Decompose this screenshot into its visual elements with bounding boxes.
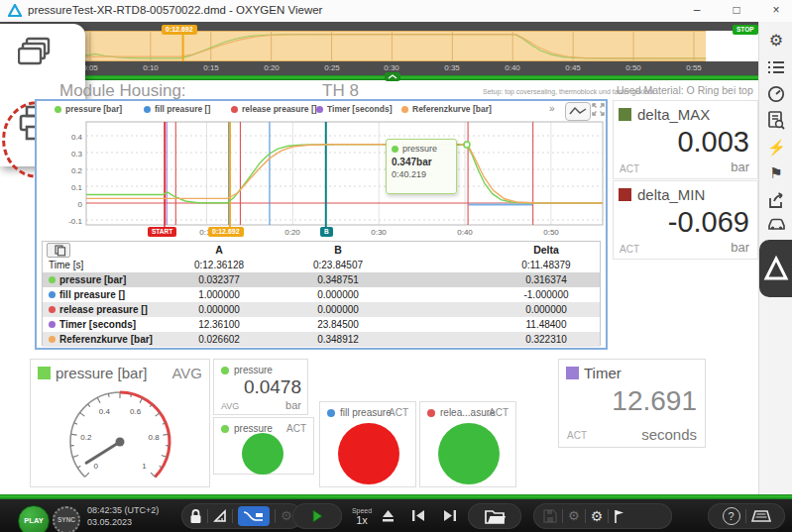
skip-to-end-icon[interactable] xyxy=(442,509,458,522)
table-row-pressure[interactable]: pressure [bar] 0.032377 0.348751 0.31637… xyxy=(43,272,600,287)
tooltip-channel: pressure xyxy=(402,144,437,154)
col-header-a: A xyxy=(160,244,279,256)
table-row-timer[interactable]: Timer [seconds] 12.36100 23.84500 11.484… xyxy=(43,317,600,332)
pressure-avg-widget[interactable]: pressure 0.0478 AVG bar xyxy=(213,359,308,415)
overview-band-row[interactable] xyxy=(0,31,758,61)
settings-gear-icon[interactable]: ⚙ xyxy=(767,32,785,50)
app-logo-icon xyxy=(8,4,22,18)
timeline-split-handle[interactable] xyxy=(385,72,400,81)
y-tick: 0.1 xyxy=(57,183,82,192)
channel-list-icon[interactable] xyxy=(767,59,785,77)
gauge-mode: AVG xyxy=(171,365,202,381)
widget-title: relea...asure xyxy=(440,407,496,418)
overview-axis-strip: 0:00 0:05 0:10 0:15 0:20 0:25 0:30 0:35 … xyxy=(0,61,758,75)
lock-icon[interactable] xyxy=(189,509,202,524)
oxygen-logo-tab[interactable] xyxy=(759,240,792,297)
title-bar: pressureTest-XR-RTD8-00570022.dmd - OXYG… xyxy=(0,0,792,23)
replay-play-button[interactable] xyxy=(292,503,342,529)
svg-text:0.6: 0.6 xyxy=(130,407,142,416)
delta-max-widget[interactable]: delta_MAX 0.003 ACT bar xyxy=(613,100,758,179)
widget-title: fill preasure xyxy=(340,407,392,418)
screen-mode-icon[interactable] xyxy=(751,509,771,523)
marker-flag-icon[interactable]: ⚑ xyxy=(767,164,785,182)
skip-to-start-icon[interactable] xyxy=(410,509,426,522)
overview-tick: 0:45 xyxy=(556,63,590,72)
module-housing-value: TH 8 xyxy=(322,81,359,101)
save-icon[interactable] xyxy=(543,509,557,523)
help-icon[interactable]: ? xyxy=(723,507,740,525)
overview-tick: 0:35 xyxy=(435,63,469,72)
timer-value: 12.691 xyxy=(612,385,697,417)
gauge-title: pressure [bar] xyxy=(56,365,148,381)
analog-gauge: 00.20.40.60.81 xyxy=(31,384,211,488)
speed-value: 1x xyxy=(349,514,375,526)
delta-max-title: delta_MAX xyxy=(637,106,710,123)
fill-preasure-indicator[interactable]: fill preasure ACT xyxy=(319,401,416,487)
x-tick: 0:40 xyxy=(449,228,481,237)
screens-icon[interactable] xyxy=(18,36,54,69)
pressure-time-plot[interactable] xyxy=(37,101,606,240)
delta-max-value: 0.003 xyxy=(677,126,749,159)
minimize-button[interactable]: – xyxy=(680,0,714,22)
window-title: pressureTest-XR-RTD8-00570022.dmd - OXYG… xyxy=(28,4,322,16)
maximize-button[interactable]: □ xyxy=(720,0,753,22)
pressure-gauge-widget[interactable]: pressure [bar] AVG 00.20.40.60.81 xyxy=(30,359,210,487)
overview-tick: 0:25 xyxy=(315,63,349,72)
state-lamp xyxy=(242,433,283,475)
row-dot xyxy=(49,291,56,298)
speed-control[interactable]: Speed 1x xyxy=(349,507,375,526)
svg-text:0.4: 0.4 xyxy=(99,407,111,416)
cursor-a-label[interactable]: 0:12.692 xyxy=(208,227,244,237)
vehicle-icon[interactable] xyxy=(767,217,785,235)
cursor-tools-group: ⚙ xyxy=(181,503,302,529)
tooltip-channel-dot xyxy=(392,146,398,153)
power-lightning-icon[interactable]: ⚡ xyxy=(767,139,785,157)
sync-status-badge[interactable]: SYNC xyxy=(53,506,80,532)
overview-mini-chart[interactable] xyxy=(0,31,758,61)
delta-min-value: -0.069 xyxy=(668,206,749,239)
report-icon[interactable] xyxy=(767,111,785,129)
open-file-button[interactable] xyxy=(468,503,521,529)
table-row-fill-preasure[interactable]: fill preasure [] 1.000000 0.000000 -1.00… xyxy=(43,287,600,302)
delta-min-unit: bar xyxy=(731,240,749,255)
release-preasure-indicator[interactable]: relea...asure ACT xyxy=(419,401,516,487)
timer-widget[interactable]: Timer 12.691 ACT seconds xyxy=(558,359,706,448)
speedometer-icon[interactable] xyxy=(767,85,785,103)
delta-min-widget[interactable]: delta_MIN -0.069 ACT bar xyxy=(613,180,758,260)
close-button[interactable]: × xyxy=(759,0,792,22)
delta-max-mode: ACT xyxy=(620,163,639,174)
bottom-toolbar: PLAY SYNC 08:42:35 (UTC+2) 03.05.2023 ⚙ … xyxy=(0,499,792,532)
timer-color-square xyxy=(566,367,579,379)
pressure-act-indicator[interactable]: pressure ACT xyxy=(213,417,314,475)
measure-triangle-icon[interactable] xyxy=(213,509,227,523)
channel-dot xyxy=(327,409,335,417)
right-sidebar: ⚙ ⚡ ⚑ xyxy=(758,22,792,499)
sync-settings-icon[interactable]: ⚙ xyxy=(568,507,580,525)
export-settings-icon[interactable]: ⚙ xyxy=(591,507,604,525)
overview-tick: 0:40 xyxy=(496,63,529,72)
cursor-curve-button[interactable] xyxy=(238,506,270,526)
overview-stop-marker[interactable]: STOP xyxy=(733,25,758,35)
flag-marker-icon[interactable] xyxy=(614,509,625,524)
table-row-referenzkurve[interactable]: Referenzkurve [bar] 0.026602 0.348912 0.… xyxy=(43,332,600,347)
eject-icon[interactable] xyxy=(381,509,396,523)
widget-mode: ACT xyxy=(567,430,587,441)
cursor-b-label[interactable]: B xyxy=(320,227,333,237)
play-status-badge[interactable]: PLAY xyxy=(18,505,50,532)
material-note: Used Material: O Ring bei top xyxy=(617,84,753,96)
overview-tick: 0:15 xyxy=(194,63,228,72)
recorder-widget[interactable]: pressure [bar] fill preasure [] release … xyxy=(35,99,608,350)
table-row-time[interactable]: Time [s] 0:12.36128 0:23.84507 0:11.4837… xyxy=(43,258,600,272)
cursor-start-label[interactable]: START xyxy=(148,227,176,237)
overview-cursor-label[interactable]: 0:12.692 xyxy=(162,25,197,35)
snap-gear-icon[interactable]: ⚙ xyxy=(281,507,292,525)
widget-title: Timer xyxy=(584,365,622,381)
widget-mode: ACT xyxy=(286,423,306,434)
delta-max-color-square xyxy=(619,108,631,121)
delta-min-mode: ACT xyxy=(620,244,639,255)
col-header-delta: Delta xyxy=(482,244,611,256)
copy-table-button[interactable] xyxy=(47,243,70,258)
export-icon[interactable] xyxy=(767,192,785,210)
table-row-release-preasure[interactable]: release preasure [] 0.000000 0.000000 0.… xyxy=(43,302,600,317)
widget-unit: bar xyxy=(285,399,301,411)
